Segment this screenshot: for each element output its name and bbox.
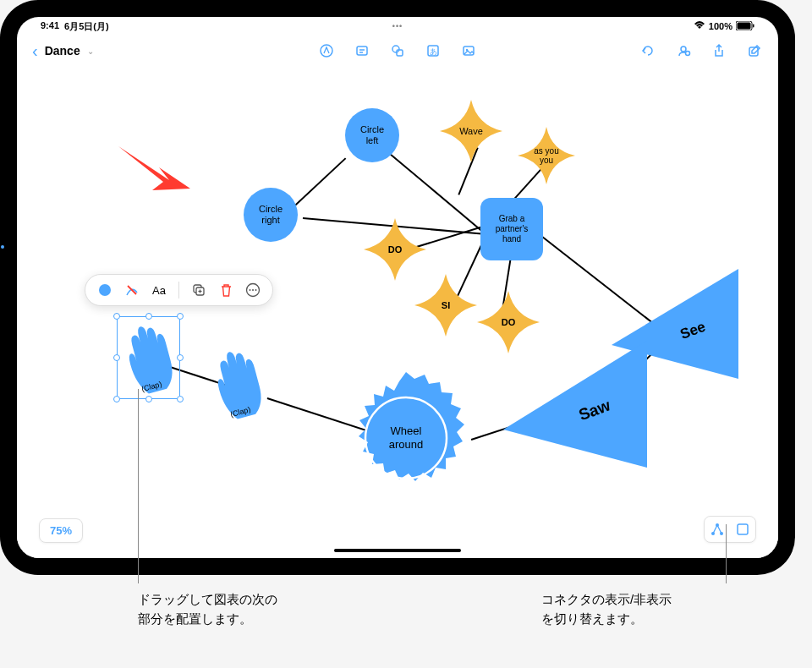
shape-label: Circle right xyxy=(259,204,283,226)
callout-line xyxy=(138,389,139,583)
cm-text-button[interactable]: Aa xyxy=(151,282,167,298)
note-tool-icon[interactable] xyxy=(354,42,370,59)
compose-icon[interactable] xyxy=(746,42,763,59)
svg-text:Wheel: Wheel xyxy=(391,424,422,437)
svg-point-7 xyxy=(392,46,399,52)
shape-tool-icon[interactable] xyxy=(389,42,406,59)
wifi-icon xyxy=(694,21,705,31)
home-indicator[interactable] xyxy=(334,549,461,552)
shape-star-wave[interactable]: Wave xyxy=(438,98,504,164)
callout-right: コネクタの表示/非表示 を切り替えます。 xyxy=(541,590,672,628)
cm-fill-icon[interactable] xyxy=(97,282,112,298)
shape-star-asyou[interactable]: as youyou xyxy=(516,125,577,186)
shape-hand-clap1[interactable]: (Clap) xyxy=(114,311,190,404)
svg-text:as
you: as you xyxy=(534,146,558,156)
toolbar: ‹ Dance ⌄ あ xyxy=(17,36,778,66)
cm-more-icon[interactable] xyxy=(245,282,261,298)
connector-toggle-icon[interactable] xyxy=(710,522,725,537)
svg-rect-4 xyxy=(357,47,367,55)
svg-text:you: you xyxy=(540,156,553,165)
svg-point-36 xyxy=(252,289,254,291)
document-title[interactable]: Dance xyxy=(45,44,80,57)
shape-label: Grab a partner's hand xyxy=(496,214,529,244)
svg-rect-8 xyxy=(397,50,403,56)
battery-text: 100% xyxy=(709,21,732,31)
undo-icon[interactable] xyxy=(639,42,656,59)
svg-text:DO: DO xyxy=(388,244,403,255)
bottom-tools xyxy=(704,516,756,543)
image-tool-icon[interactable] xyxy=(460,42,477,59)
svg-rect-1 xyxy=(738,22,751,29)
shape-label: Circle left xyxy=(360,124,384,146)
cm-remove-connector-icon[interactable] xyxy=(124,282,140,298)
shape-hand-clap2[interactable]: (Clap) xyxy=(203,337,279,430)
ipad-frame: 9:41 6月5日(月) ••• 100% ‹ Dance ⌄ xyxy=(0,0,795,575)
svg-rect-41 xyxy=(738,524,748,534)
svg-text:SI: SI xyxy=(442,300,450,310)
status-time: 9:41 xyxy=(41,20,59,33)
back-button[interactable]: ‹ xyxy=(32,41,38,61)
callout-line xyxy=(726,524,727,583)
shape-grab-square[interactable]: Grab a partner's hand xyxy=(480,198,543,260)
cm-delete-icon[interactable] xyxy=(218,282,233,298)
svg-text:DO: DO xyxy=(502,317,516,327)
cm-separator xyxy=(178,282,179,298)
shape-star-si[interactable]: SI xyxy=(413,272,479,338)
svg-point-14 xyxy=(686,52,690,56)
svg-text:あ: あ xyxy=(430,47,437,56)
status-bar: 9:41 6月5日(月) ••• 100% xyxy=(17,17,778,36)
square-tool-icon[interactable] xyxy=(735,522,750,537)
share-icon[interactable] xyxy=(710,42,727,59)
shape-triangle-saw[interactable]: Saw xyxy=(503,341,647,468)
status-date: 6月5日(月) xyxy=(64,20,109,33)
shape-circle-left[interactable]: Circle left xyxy=(345,108,399,162)
pen-tool-icon[interactable] xyxy=(318,42,335,59)
callout-left: ドラッグして図表の次の 部分を配置します。 xyxy=(138,590,277,628)
context-menu: Aa xyxy=(85,274,273,306)
zoom-level[interactable]: 75% xyxy=(39,518,83,543)
shape-circle-right[interactable]: Circle right xyxy=(244,188,298,242)
screen: 9:41 6月5日(月) ••• 100% ‹ Dance ⌄ xyxy=(17,17,778,558)
canvas[interactable]: Circle left Circle right Wave as youyou … xyxy=(17,66,778,558)
battery-icon xyxy=(736,21,754,32)
collaborate-icon[interactable] xyxy=(675,42,692,59)
title-chevron-icon[interactable]: ⌄ xyxy=(87,47,94,56)
arrow-graphic[interactable] xyxy=(110,138,195,205)
cm-duplicate-icon[interactable] xyxy=(191,282,206,298)
text-tool-icon[interactable]: あ xyxy=(425,42,442,59)
svg-point-37 xyxy=(255,289,257,291)
svg-rect-2 xyxy=(753,24,754,27)
multitask-dots[interactable]: ••• xyxy=(392,22,403,30)
svg-text:around: around xyxy=(389,438,423,451)
svg-point-35 xyxy=(250,289,251,291)
svg-point-13 xyxy=(681,47,686,52)
shape-wheel-badge[interactable]: Wheel around xyxy=(338,370,474,506)
svg-text:Wave: Wave xyxy=(459,126,483,136)
home-accent xyxy=(1,245,4,249)
